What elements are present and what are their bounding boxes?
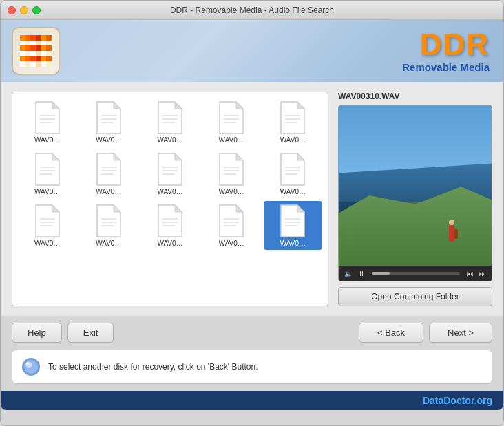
footer-brand-text: DataDoctor.org bbox=[423, 395, 492, 406]
file-label: WAV0… bbox=[96, 136, 121, 144]
status-bar: To select another disk for recovery, cli… bbox=[12, 350, 492, 384]
next-button[interactable]: ⏭ bbox=[478, 270, 487, 277]
file-label: WAV0… bbox=[219, 136, 244, 144]
file-icon bbox=[94, 152, 123, 187]
file-item[interactable]: WAV0… bbox=[79, 98, 138, 147]
file-item[interactable]: WAV0… bbox=[202, 201, 261, 250]
file-icon bbox=[156, 100, 185, 135]
file-icon bbox=[33, 152, 62, 187]
titlebar: DDR - Removable Media - Audio File Searc… bbox=[1, 1, 503, 20]
file-icon bbox=[33, 204, 62, 238]
file-item[interactable]: WAV0… bbox=[264, 98, 322, 147]
help-button[interactable]: Help bbox=[12, 323, 62, 343]
exit-button[interactable]: Exit bbox=[67, 323, 114, 343]
maximize-button[interactable] bbox=[32, 6, 41, 14]
next-button[interactable]: Next > bbox=[429, 323, 492, 343]
file-icon bbox=[278, 152, 307, 187]
file-icon bbox=[278, 204, 307, 238]
main-content: WAV0… WAV0… WAV0… WAV0… bbox=[1, 82, 503, 316]
footer-brand: DataDoctor.org bbox=[423, 395, 492, 406]
file-label: WAV0… bbox=[34, 136, 60, 144]
file-label: WAV0… bbox=[280, 188, 306, 195]
preview-box: 🔈 ⏸ ⏮ ⏭ bbox=[338, 105, 492, 281]
file-label: WAV0… bbox=[157, 136, 182, 144]
file-label: WAV0… bbox=[34, 239, 60, 247]
brand-area: DDR Removable Media bbox=[402, 30, 490, 73]
preview-image bbox=[339, 106, 492, 266]
preview-filename: WAV00310.WAV bbox=[338, 92, 492, 101]
file-item[interactable]: WAV0… bbox=[202, 98, 261, 147]
file-item[interactable]: WAV0… bbox=[264, 201, 322, 250]
brand-sub: Removable Media bbox=[402, 61, 490, 73]
file-item[interactable]: WAV0… bbox=[140, 98, 199, 147]
file-icon bbox=[217, 204, 246, 238]
preview-controls: 🔈 ⏸ ⏮ ⏭ bbox=[339, 266, 492, 281]
traffic-lights bbox=[8, 6, 41, 14]
bottom-area: Help Exit < Back Next > bbox=[1, 316, 503, 350]
file-label: WAV0… bbox=[280, 239, 306, 247]
file-label: WAV0… bbox=[96, 188, 121, 195]
file-icon bbox=[94, 100, 123, 135]
file-icon bbox=[33, 100, 62, 135]
svg-point-48 bbox=[26, 362, 29, 365]
volume-icon[interactable]: 🔈 bbox=[343, 270, 354, 277]
file-panel[interactable]: WAV0… WAV0… WAV0… WAV0… bbox=[12, 92, 328, 306]
file-item[interactable]: WAV0… bbox=[79, 149, 138, 198]
back-button[interactable]: < Back bbox=[359, 323, 423, 343]
file-item[interactable]: WAV0… bbox=[18, 201, 76, 250]
minimize-button[interactable] bbox=[20, 6, 28, 14]
status-message: To select another disk for recovery, cli… bbox=[48, 362, 258, 372]
file-icon bbox=[156, 152, 185, 187]
play-pause-button[interactable]: ⏸ bbox=[357, 270, 366, 277]
file-label: WAV0… bbox=[280, 136, 306, 144]
close-button[interactable] bbox=[8, 6, 16, 14]
file-icon bbox=[94, 204, 123, 238]
file-label: WAV0… bbox=[219, 239, 244, 247]
file-item[interactable]: WAV0… bbox=[140, 201, 199, 250]
prev-button[interactable]: ⏮ bbox=[465, 270, 475, 277]
logo-checkerboard bbox=[20, 35, 52, 67]
figure-head bbox=[449, 220, 454, 225]
file-item[interactable]: WAV0… bbox=[18, 149, 76, 198]
progress-fill bbox=[372, 272, 390, 275]
status-icon bbox=[21, 356, 41, 377]
window-title: DDR - Removable Media - Audio File Searc… bbox=[170, 6, 334, 15]
file-icon bbox=[217, 100, 246, 135]
file-icon bbox=[278, 100, 307, 135]
file-label: WAV0… bbox=[96, 239, 121, 247]
file-item[interactable]: WAV0… bbox=[79, 201, 138, 250]
footer: DataDoctor.org bbox=[1, 391, 503, 410]
file-item[interactable]: WAV0… bbox=[140, 149, 199, 198]
file-icon bbox=[156, 204, 185, 238]
open-folder-button[interactable]: Open Containing Folder bbox=[338, 287, 492, 306]
file-item[interactable]: WAV0… bbox=[202, 149, 261, 198]
file-label: WAV0… bbox=[219, 188, 244, 195]
file-label: WAV0… bbox=[157, 188, 182, 195]
brand-ddr: DDR bbox=[402, 30, 490, 60]
file-item[interactable]: WAV0… bbox=[18, 98, 76, 147]
scene-figure bbox=[445, 214, 458, 242]
file-item[interactable]: WAV0… bbox=[264, 149, 322, 198]
header: DDR Removable Media bbox=[1, 20, 503, 82]
progress-bar[interactable] bbox=[372, 272, 460, 275]
file-label: WAV0… bbox=[157, 239, 182, 247]
file-grid: WAV0… WAV0… WAV0… WAV0… bbox=[18, 98, 322, 250]
preview-panel: WAV00310.WAV 🔈 ⏸ ⏮ ⏭ bbox=[338, 92, 492, 306]
file-icon bbox=[217, 152, 246, 187]
file-label: WAV0… bbox=[34, 188, 60, 195]
logo-box bbox=[12, 27, 60, 75]
figure-body bbox=[449, 225, 454, 242]
